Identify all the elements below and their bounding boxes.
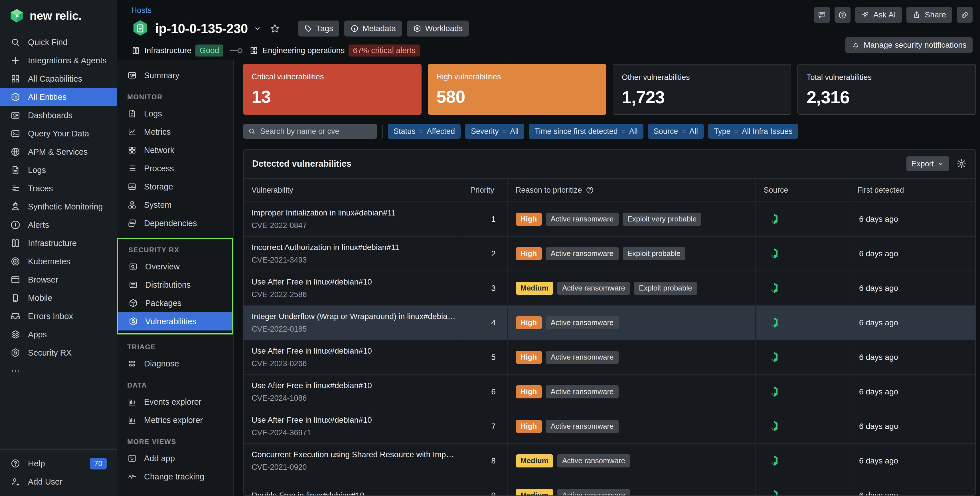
filter-chip-source[interactable]: Source=All bbox=[648, 124, 704, 139]
column-header-reason-to-prioritize[interactable]: Reason to prioritize bbox=[507, 179, 755, 201]
tags-button[interactable]: Tags bbox=[298, 21, 339, 37]
subnav-item-vulnerabilities[interactable]: Vulnerabilities bbox=[118, 312, 232, 330]
subnav-item-change-tracking[interactable]: Change tracking bbox=[117, 467, 233, 486]
sidebar-item-help[interactable]: Help 70 bbox=[0, 455, 117, 473]
sidebar-item-kubernetes[interactable]: Kubernetes bbox=[0, 252, 117, 271]
subnav-item-label: Dependencies bbox=[144, 218, 197, 228]
cell-priority: 1 bbox=[462, 202, 507, 236]
table-row[interactable]: Incorrect Authorization in linux#debian#… bbox=[243, 236, 975, 271]
sidebar-item-query-your-data[interactable]: Query Your Data bbox=[0, 124, 117, 143]
sidebar-item-browser[interactable]: Browser bbox=[0, 271, 117, 289]
cell-vulnerability: Incorrect Authorization in linux#debian#… bbox=[243, 237, 462, 271]
subnav-item-overview[interactable]: Overview bbox=[118, 257, 232, 276]
panel-header: Detected vulnerabilities Export bbox=[243, 150, 975, 178]
sidebar-item-mobile[interactable]: Mobile bbox=[0, 289, 117, 307]
query-your-data-icon bbox=[10, 128, 21, 139]
table-row[interactable]: Use After Free in linux#debian#10CVE-202… bbox=[243, 409, 975, 443]
sidebar-item-traces[interactable]: Traces bbox=[0, 179, 117, 198]
table-row[interactable]: Use After Free in linux#debian#10CVE-202… bbox=[243, 271, 975, 305]
sidebar-item-synthetic-monitoring[interactable]: Synthetic Monitoring bbox=[0, 198, 117, 216]
feedback-button[interactable] bbox=[814, 7, 830, 23]
subnav-item-process[interactable]: Process bbox=[117, 159, 233, 177]
chip-label: Source bbox=[654, 127, 678, 136]
table-row[interactable]: Use After Free in linux#debian#10CVE-202… bbox=[243, 374, 975, 409]
filter-chip-status[interactable]: Status=Affected bbox=[388, 124, 461, 139]
metadata-button[interactable]: Metadata bbox=[344, 21, 402, 37]
cell-first-detected: 6 days ago bbox=[849, 237, 975, 271]
reason-tag: Exploit probable bbox=[634, 282, 697, 295]
table-row[interactable]: Use After Free in linux#debian#10CVE-202… bbox=[243, 340, 975, 374]
question-circle-icon bbox=[838, 11, 847, 19]
packages-icon bbox=[128, 298, 138, 308]
sidebar-item-logs[interactable]: Logs bbox=[0, 161, 117, 179]
cell-priority: 5 bbox=[462, 340, 507, 374]
column-header-vulnerability[interactable]: Vulnerability bbox=[243, 179, 462, 201]
sidebar-item-infrastructure[interactable]: Infrastructure bbox=[0, 234, 117, 252]
sidebar-item-add-user[interactable]: Add User bbox=[0, 473, 117, 491]
chevron-down-icon[interactable] bbox=[253, 24, 261, 32]
subnav-item-label: Network bbox=[144, 145, 174, 155]
export-button[interactable]: Export bbox=[907, 156, 949, 171]
subnav-item-events-explorer[interactable]: Events explorer bbox=[117, 393, 233, 411]
breadcrumb[interactable]: Hosts bbox=[131, 6, 152, 15]
help-button[interactable] bbox=[835, 7, 851, 23]
subnav-item-network[interactable]: Network bbox=[117, 141, 233, 159]
manage-security-notifications-button[interactable]: Manage security notifications bbox=[845, 37, 973, 53]
table-row[interactable]: Integer Underflow (Wrap or Wraparound) i… bbox=[243, 305, 975, 340]
process-icon bbox=[127, 164, 137, 173]
subnav-item-logs[interactable]: Logs bbox=[117, 104, 233, 123]
sidebar-item-all-capabilities[interactable]: All Capabilities bbox=[0, 70, 117, 88]
cell-source bbox=[755, 340, 849, 374]
subnav-item-storage[interactable]: Storage bbox=[117, 177, 233, 196]
sidebar-item-all-entities[interactable]: All Entities bbox=[0, 88, 117, 106]
share-button[interactable]: Share bbox=[907, 7, 952, 23]
subnav-item-distributions[interactable]: Distributions bbox=[118, 276, 232, 294]
table-row[interactable]: Double Free in linux#debian#109MediumAct… bbox=[243, 478, 975, 496]
search-input[interactable] bbox=[243, 124, 377, 139]
help-circle-icon[interactable] bbox=[585, 186, 594, 195]
subnav-item-metrics-explorer[interactable]: Metrics explorer bbox=[117, 411, 233, 429]
sidebar-item-apm-services[interactable]: APM & Services bbox=[0, 143, 117, 161]
table-row[interactable]: Concurrent Execution using Shared Resour… bbox=[243, 443, 975, 478]
column-header-priority[interactable]: Priority bbox=[462, 179, 507, 201]
filter-chip-type[interactable]: Type=All Infra Issues bbox=[708, 124, 798, 139]
subnav-section-security-rx: SECURITY RXOverviewDistributionsPackages… bbox=[117, 238, 233, 335]
subnav-item-metrics[interactable]: Metrics bbox=[117, 123, 233, 141]
sidebar-item-integrations-agents[interactable]: Integrations & Agents bbox=[0, 51, 117, 70]
column-header-first-detected[interactable]: First detected bbox=[849, 179, 975, 201]
subnav-item-dependencies[interactable]: Dependencies bbox=[117, 214, 233, 232]
sidebar-item-label: Kubernetes bbox=[28, 257, 70, 266]
sidebar-item-errors-inbox[interactable]: Errors Inbox bbox=[0, 307, 117, 325]
sidebar-item-quick-find[interactable]: Quick Find bbox=[0, 33, 117, 51]
cell-reason: HighActive ransomwareExploit probable bbox=[507, 237, 755, 271]
subnav-item-add-app[interactable]: Add app bbox=[117, 449, 233, 467]
sidebar-item-apps[interactable]: Apps bbox=[0, 325, 117, 344]
column-header-label: Reason to prioritize bbox=[515, 186, 582, 195]
subnav-item-label: Summary bbox=[144, 71, 180, 80]
severity-badge: High bbox=[515, 420, 542, 433]
lower-region: SummaryMONITORLogsMetricsNetworkProcessS… bbox=[117, 60, 980, 496]
copy-link-button[interactable] bbox=[957, 7, 973, 23]
sidebar-item-alerts[interactable]: Alerts bbox=[0, 216, 117, 234]
subnav-item-system[interactable]: System bbox=[117, 196, 233, 214]
sidebar-item-more[interactable] bbox=[0, 362, 117, 380]
subnav-item-summary[interactable]: Summary bbox=[117, 66, 233, 85]
new-relic-source-icon bbox=[768, 489, 781, 496]
sidebar-item-dashboards[interactable]: Dashboards bbox=[0, 106, 117, 124]
ask-ai-button[interactable]: Ask AI bbox=[855, 7, 902, 23]
apm-services-icon bbox=[10, 147, 21, 157]
page-title: ip-10-0-135-230 bbox=[155, 21, 248, 36]
subnav-item-packages[interactable]: Packages bbox=[118, 294, 232, 312]
filter-chip-time-since-first-detected[interactable]: Time since first detected=All bbox=[529, 124, 643, 139]
sidebar-item-security-rx[interactable]: Security RX bbox=[0, 344, 117, 362]
filter-chip-severity[interactable]: Severity=All bbox=[465, 124, 524, 139]
favorite-star-icon[interactable] bbox=[269, 23, 280, 34]
header-left: Hosts ip-10-0-135-230 bbox=[131, 6, 469, 60]
workloads-button[interactable]: Workloads bbox=[407, 21, 469, 37]
subnav-item-diagnose[interactable]: Diagnose bbox=[117, 354, 233, 373]
table-settings-gear-icon[interactable] bbox=[956, 158, 967, 169]
vulnerability-name: Incorrect Authorization in linux#debian#… bbox=[251, 243, 399, 252]
table-row[interactable]: Improper Initialization in linux#debian#… bbox=[243, 201, 975, 236]
workload-label[interactable]: Engineering operations bbox=[262, 46, 345, 55]
column-header-source[interactable]: Source bbox=[755, 179, 849, 201]
